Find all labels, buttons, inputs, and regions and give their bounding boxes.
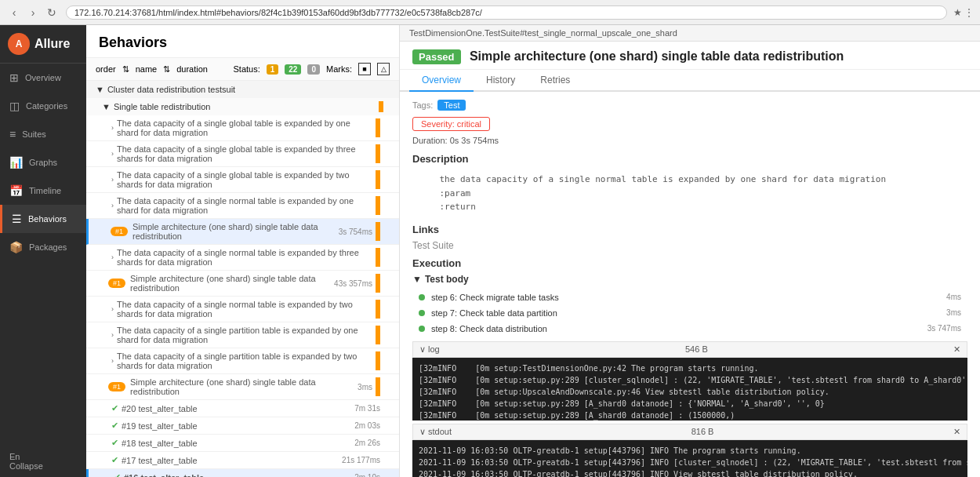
- item-duration-5: 3s 754ms: [339, 228, 372, 236]
- suite-20[interactable]: ✔ #20 test_alter_table 7m 31s: [86, 400, 399, 417]
- item-indicator-11: [376, 377, 380, 396]
- mark-box-1[interactable]: ■: [358, 63, 371, 75]
- content-area: Behaviors order ⇅ name ⇅ duration Status…: [86, 25, 980, 477]
- test-item-4[interactable]: › The data capacity of a single normal t…: [86, 193, 399, 219]
- duration-row: Duration: 0s 3s 754ms: [412, 136, 967, 145]
- sidebar-label-behaviors: Behaviors: [28, 214, 67, 224]
- app-layout: A Allure ⊞ Overview ◫ Categories ≡ Suite…: [0, 25, 980, 477]
- item-indicator-9: [376, 326, 380, 344]
- log-section-2: ∨ stdout 816 B ✕ 2021-11-09 16:03:50 OLT…: [412, 424, 967, 477]
- status-label: Status:: [234, 64, 260, 74]
- test-item-10[interactable]: › The data capacity of a single partitio…: [86, 348, 399, 374]
- test-item-9[interactable]: › The data capacity of a single partitio…: [86, 322, 399, 348]
- sidebar-item-packages[interactable]: 📦 Packages: [0, 233, 86, 261]
- tab-retries[interactable]: Retries: [528, 70, 583, 92]
- chevron-item-8: ›: [111, 305, 114, 313]
- sidebar-collapse[interactable]: En Collapse: [0, 446, 86, 477]
- detail-title-area: Passed Simple architecture (one shard) s…: [400, 42, 980, 70]
- duration-18: 2m 26s: [354, 439, 380, 447]
- chevron-item-1: ›: [111, 124, 114, 132]
- status-badge-0: 0: [307, 64, 320, 75]
- sidebar-item-graphs[interactable]: 📊 Graphs: [0, 148, 86, 177]
- step-6-dot: [419, 294, 425, 300]
- log2-close-icon[interactable]: ✕: [953, 427, 960, 437]
- sidebar-item-timeline[interactable]: 📅 Timeline: [0, 177, 86, 205]
- name-label: name: [136, 64, 158, 74]
- timeline-icon: 📅: [9, 184, 23, 197]
- test-item-2[interactable]: › The data capacity of a single global t…: [86, 141, 399, 167]
- log2-title: ∨ stdout: [419, 427, 452, 437]
- chevron-cluster: ▼: [96, 85, 104, 94]
- status-badge-22: 22: [285, 64, 301, 75]
- step-8[interactable]: step 8: Check data distribution 3s 747ms: [412, 321, 967, 337]
- duration-19: 2m 03s: [354, 421, 380, 430]
- item-num-11: #1: [108, 382, 125, 391]
- test-item-5-active[interactable]: #1 Simple architecture (one shard) singl…: [86, 219, 399, 245]
- suites-icon: ≡: [9, 128, 16, 140]
- tags-label: Tags:: [412, 100, 433, 110]
- forward-button[interactable]: ›: [25, 5, 41, 20]
- check-18: ✔: [111, 438, 118, 448]
- sidebar-item-behaviors[interactable]: ☰ Behaviors: [0, 205, 86, 233]
- check-17: ✔: [111, 455, 118, 465]
- address-bar[interactable]: 172.16.70.214:37681/html/index.html#beha…: [66, 5, 947, 20]
- execution-section: Execution ▼ Test body step 6: Check migr…: [412, 257, 967, 337]
- log-close-icon[interactable]: ✕: [953, 344, 960, 355]
- passed-badge: Passed: [412, 49, 461, 64]
- test-item-3[interactable]: › The data capacity of a single global t…: [86, 167, 399, 193]
- tags-row: Tags: Test: [412, 100, 967, 111]
- suite-16[interactable]: ✔ #16 test_alter_table 2m 10s: [86, 469, 399, 477]
- test-body-title: ▼ Test body: [412, 274, 967, 285]
- filter-bar: order ⇅ name ⇅ duration Status: 1 22 0 M…: [86, 58, 399, 81]
- step-8-name: step 8: Check data distribution: [431, 324, 921, 333]
- sidebar-item-overview[interactable]: ⊞ Overview: [0, 64, 86, 92]
- item-indicator-3: [376, 170, 380, 189]
- suite-19[interactable]: ✔ #19 test_alter_table 2m 03s: [86, 417, 399, 435]
- graphs-icon: 📊: [9, 156, 23, 169]
- subgroup-single-table[interactable]: ▼ Single table redistribution: [86, 98, 399, 115]
- duration-label: duration: [176, 64, 208, 74]
- item-num-7: #1: [108, 279, 125, 288]
- log2-content: 2021-11-09 16:03:50 OLTP-greatdb-1 setup…: [412, 440, 967, 477]
- tab-history[interactable]: History: [474, 70, 528, 92]
- chevron-single: ▼: [102, 102, 111, 111]
- step-6[interactable]: step 6: Check migrate table tasks 4ms: [412, 289, 967, 305]
- sidebar-label-packages: Packages: [29, 242, 67, 252]
- log-title: ∨ log: [419, 344, 440, 355]
- log-header[interactable]: ∨ log 546 B ✕: [412, 341, 967, 358]
- behaviors-list: ▼ Cluster data redistribution testsuit ▼…: [86, 81, 399, 477]
- check-16: ✔: [114, 472, 121, 477]
- test-item-7[interactable]: #1 Simple architecture (one shard) singl…: [86, 271, 399, 297]
- refresh-button[interactable]: ↻: [44, 5, 60, 20]
- suite-18[interactable]: ✔ #18 test_alter_table 2m 26s: [86, 435, 399, 452]
- item-indicator-7: [376, 274, 380, 293]
- order-sort-icon: ⇅: [122, 64, 129, 75]
- tab-overview[interactable]: Overview: [409, 70, 474, 92]
- lang-indicator: En: [9, 452, 20, 461]
- test-item-6[interactable]: › The data capacity of a single normal t…: [86, 245, 399, 271]
- item-indicator-1: [376, 118, 380, 137]
- links-section: Links Test Suite: [412, 224, 967, 251]
- sidebar-item-categories[interactable]: ◫ Categories: [0, 92, 86, 120]
- status-badge-1: 1: [267, 64, 279, 75]
- sidebar: A Allure ⊞ Overview ◫ Categories ≡ Suite…: [0, 25, 86, 477]
- group-cluster[interactable]: ▼ Cluster data redistribution testsuit: [86, 81, 399, 98]
- logo-text: Allure: [34, 37, 70, 51]
- detail-breadcrumb: TestDimensionOne.TestSuite#test_single_n…: [400, 25, 980, 42]
- test-item-1[interactable]: › The data capacity of a single global t…: [86, 115, 399, 141]
- log2-header[interactable]: ∨ stdout 816 B ✕: [412, 424, 967, 440]
- overview-icon: ⊞: [9, 71, 19, 84]
- item-indicator-6: [376, 248, 380, 267]
- item-indicator-4: [376, 196, 380, 215]
- chevron-item-3: ›: [111, 176, 114, 184]
- back-button[interactable]: ‹: [6, 5, 22, 20]
- test-body-label: Test body: [425, 274, 469, 285]
- mark-box-2[interactable]: △: [377, 63, 390, 75]
- sidebar-item-suites[interactable]: ≡ Suites: [0, 120, 86, 148]
- test-item-11[interactable]: #1 Simple architecture (one shard) singl…: [86, 374, 399, 400]
- item-indicator-10: [376, 351, 380, 370]
- step-7[interactable]: step 7: Check table data partition 3ms: [412, 305, 967, 321]
- test-item-8[interactable]: › The data capacity of a single normal t…: [86, 297, 399, 322]
- suite-17[interactable]: ✔ #17 test_alter_table 21s 177ms: [86, 452, 399, 469]
- order-label: order: [96, 64, 116, 74]
